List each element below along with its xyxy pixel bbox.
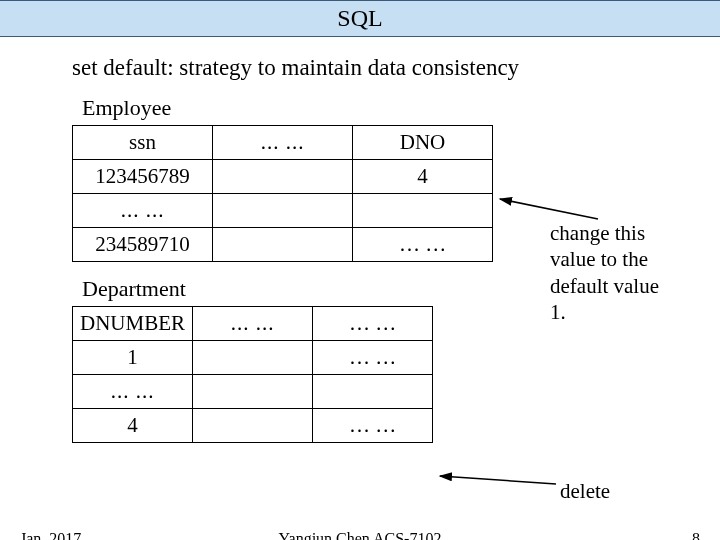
cell bbox=[213, 160, 353, 194]
cell: ... ... bbox=[73, 194, 213, 228]
annotation-change: change this value to the default value 1… bbox=[550, 220, 659, 325]
cell bbox=[353, 194, 493, 228]
table-row: 234589710 … … bbox=[73, 228, 493, 262]
cell: 4 bbox=[353, 160, 493, 194]
footer-center: Yangjun Chen ACS-7102 bbox=[0, 530, 720, 540]
cell bbox=[193, 375, 313, 409]
cell: … … bbox=[313, 341, 433, 375]
cell: 4 bbox=[73, 409, 193, 443]
table-row: ssn ... ... DNO bbox=[73, 126, 493, 160]
cell: 1 bbox=[73, 341, 193, 375]
cell bbox=[193, 341, 313, 375]
cell: … … bbox=[313, 409, 433, 443]
annotation-delete: delete bbox=[560, 478, 610, 504]
footer-page: 8 bbox=[692, 530, 700, 540]
cell: 123456789 bbox=[73, 160, 213, 194]
cell: … … bbox=[353, 228, 493, 262]
slide-header: SQL bbox=[0, 0, 720, 37]
col-mid: ... ... bbox=[193, 307, 313, 341]
cell: 234589710 bbox=[73, 228, 213, 262]
col-dnumber: DNUMBER bbox=[73, 307, 193, 341]
table-row: ... ... bbox=[73, 375, 433, 409]
table-row: DNUMBER ... ... … … bbox=[73, 307, 433, 341]
table-row: ... ... bbox=[73, 194, 493, 228]
cell bbox=[213, 228, 353, 262]
table-row: 1 … … bbox=[73, 341, 433, 375]
col-ssn: ssn bbox=[73, 126, 213, 160]
table-row: 4 … … bbox=[73, 409, 433, 443]
col-mid: ... ... bbox=[213, 126, 353, 160]
slide-title: SQL bbox=[337, 5, 382, 31]
department-table: DNUMBER ... ... … … 1 … … ... ... 4 … … bbox=[72, 306, 433, 443]
cell bbox=[313, 375, 433, 409]
employee-label: Employee bbox=[82, 95, 680, 121]
col-right: … … bbox=[313, 307, 433, 341]
cell bbox=[213, 194, 353, 228]
subtitle: set default: strategy to maintain data c… bbox=[72, 55, 680, 81]
table-row: 123456789 4 bbox=[73, 160, 493, 194]
employee-table: ssn ... ... DNO 123456789 4 ... ... 2345… bbox=[72, 125, 493, 262]
cell bbox=[193, 409, 313, 443]
cell: ... ... bbox=[73, 375, 193, 409]
svg-line-1 bbox=[440, 476, 556, 484]
col-dno: DNO bbox=[353, 126, 493, 160]
